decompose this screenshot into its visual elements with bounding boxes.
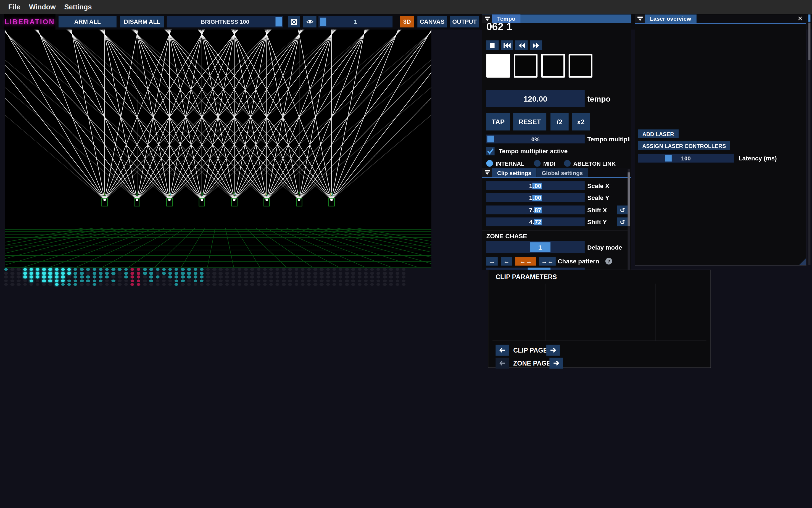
panel-collapse-icon[interactable] (482, 168, 492, 177)
vu-row (4, 268, 413, 271)
help-icon[interactable]: ? (605, 258, 612, 264)
add-laser-button[interactable]: ADD LASER (638, 129, 678, 138)
slider-shift-x[interactable]: 7.87 (486, 205, 585, 214)
latency-label: Latency (ms) (738, 154, 777, 163)
tempo-slider[interactable]: 120.00 (486, 90, 585, 107)
tab-clip-settings[interactable]: Clip settings (492, 168, 536, 177)
chase-pattern-left-button[interactable]: ← (501, 257, 512, 266)
clip-settings-header: Clip settings Global settings (482, 168, 632, 178)
arm-all-button[interactable]: ARM ALL (58, 16, 117, 27)
clip-page-prev-button[interactable] (495, 345, 509, 355)
vu-row (4, 280, 413, 282)
zone-delay-slider[interactable]: 1 (486, 241, 585, 253)
app-logo: LIBERATION (4, 14, 55, 30)
brightness-handle[interactable] (276, 17, 282, 27)
svg-text:5: 5 (233, 192, 236, 197)
vu-row (4, 283, 413, 286)
menu-item-settings[interactable]: Settings (64, 0, 92, 14)
tempo-multiplier-value: 0% (531, 136, 540, 142)
chase-pattern-outward-button[interactable]: ←→ (515, 257, 536, 266)
reset-button[interactable]: RESET (513, 113, 546, 131)
latency-value: 100 (681, 155, 690, 162)
tempo-label: tempo (587, 90, 610, 107)
menu-item-file[interactable]: File (8, 0, 21, 14)
laser-beams-scene: 12345678 (5, 30, 432, 268)
radio-ableton-link[interactable] (564, 160, 571, 167)
slider-scale-y[interactable]: 1.00 (486, 193, 585, 202)
slider-label: Shift Y (587, 218, 607, 226)
arrow-left-icon (499, 360, 506, 366)
clipped-slider (486, 267, 585, 270)
menu-item-window[interactable]: Window (29, 0, 56, 14)
clip-page-next-button[interactable] (546, 345, 560, 355)
latency-slider[interactable]: 100 (638, 154, 734, 163)
radio-label: ABLETON LINK (573, 160, 616, 167)
chase-pattern-right-button[interactable]: → (486, 257, 498, 266)
canvas-toggle[interactable]: CANVAS (417, 16, 447, 27)
tempo-half-button[interactable]: /2 (551, 113, 569, 131)
blackout-button[interactable] (288, 16, 300, 27)
box-x-icon (291, 18, 297, 25)
svg-text:7: 7 (298, 192, 300, 197)
svg-text:4: 4 (201, 192, 203, 197)
preview-zoom-handle[interactable] (320, 18, 326, 26)
tempo-multiplier-checkbox[interactable] (486, 147, 495, 156)
preview-zoom-value: 1 (354, 19, 357, 25)
radio-internal[interactable] (486, 160, 493, 167)
zone-page-next-button[interactable] (549, 358, 563, 369)
laser-overview-panel: Laser overview ✕ ADD LASER ASSIGN LASER … (635, 15, 807, 266)
zone-page-prev-button[interactable] (495, 358, 509, 369)
radio-midi[interactable] (534, 160, 540, 167)
assign-laser-controllers-button[interactable]: ASSIGN LASER CONTROLLERS (638, 141, 730, 150)
scrollbar-thumb[interactable] (628, 172, 630, 226)
reset-shift-y-button[interactable]: ↺ (617, 218, 628, 226)
radio-label: MIDI (543, 160, 556, 167)
tempo-panel: Tempo 062 1 120.00 tempo TAP RESET /2 x2… (482, 15, 632, 270)
slider-shift-y[interactable]: 4.72 (486, 218, 585, 226)
chase-pattern-inward-button[interactable]: →← (539, 257, 556, 266)
laser-overview-tab[interactable]: Laser overview (645, 15, 696, 23)
zone-delay-label: Delay mode (587, 241, 622, 253)
window-scrollbar[interactable] (808, 15, 811, 265)
clip-settings-scrollbar[interactable] (628, 169, 630, 270)
eye-icon (306, 19, 314, 25)
clip-parameters-panel: CLIP PARAMETERS CLIP PAGE ZONE PAGE (488, 270, 711, 368)
close-icon[interactable]: ✕ (794, 15, 806, 23)
latency-handle[interactable] (665, 155, 672, 162)
panel-collapse-icon[interactable] (635, 15, 645, 23)
menu-bar: FileWindowSettings (0, 0, 812, 15)
tempo-multiplier-slider[interactable]: 0% (486, 135, 585, 143)
view-3d-toggle[interactable]: 3D (400, 16, 414, 27)
tempo-multiplier-checkbox-label: Tempo multiplier active (499, 147, 568, 156)
audio-level-matrix (4, 268, 413, 287)
rewind-button[interactable] (515, 40, 528, 50)
beat-box-2 (514, 54, 537, 78)
preview-visibility-button[interactable] (303, 16, 317, 27)
skip-start-button[interactable] (501, 40, 513, 50)
beat-box-3 (541, 54, 565, 78)
slider-scale-x[interactable]: 1.00 (486, 181, 585, 190)
forward-button[interactable] (530, 40, 542, 50)
tap-button[interactable]: TAP (486, 113, 510, 131)
laser-preview-3d[interactable]: 12345678 (5, 30, 432, 268)
svg-text:1: 1 (103, 192, 106, 197)
panel-resize-handle[interactable] (799, 258, 806, 265)
zone-delay-value[interactable]: 1 (530, 242, 551, 252)
tempo-double-button[interactable]: x2 (572, 113, 590, 131)
slider-label: Scale X (587, 181, 609, 190)
disarm-all-button[interactable]: DISARM ALL (120, 16, 164, 27)
stop-button[interactable] (486, 40, 499, 50)
tab-global-settings[interactable]: Global settings (537, 168, 588, 177)
output-toggle[interactable]: OUTPUT (450, 16, 479, 27)
brightness-slider[interactable]: BRIGHTNESS 100 (167, 16, 283, 27)
reset-shift-x-button[interactable]: ↺ (617, 205, 628, 214)
svg-text:2: 2 (135, 192, 138, 197)
tempo-value: 120.00 (524, 94, 547, 103)
brightness-label: BRIGHTNESS 100 (201, 19, 249, 25)
zone-chase-title: ZONE CHASE (486, 232, 527, 240)
tempo-multiplier-handle[interactable] (487, 135, 494, 142)
preview-zoom-slider[interactable]: 1 (318, 16, 393, 27)
check-icon (486, 147, 495, 156)
svg-text:6: 6 (266, 192, 268, 197)
svg-text:3: 3 (168, 192, 171, 197)
